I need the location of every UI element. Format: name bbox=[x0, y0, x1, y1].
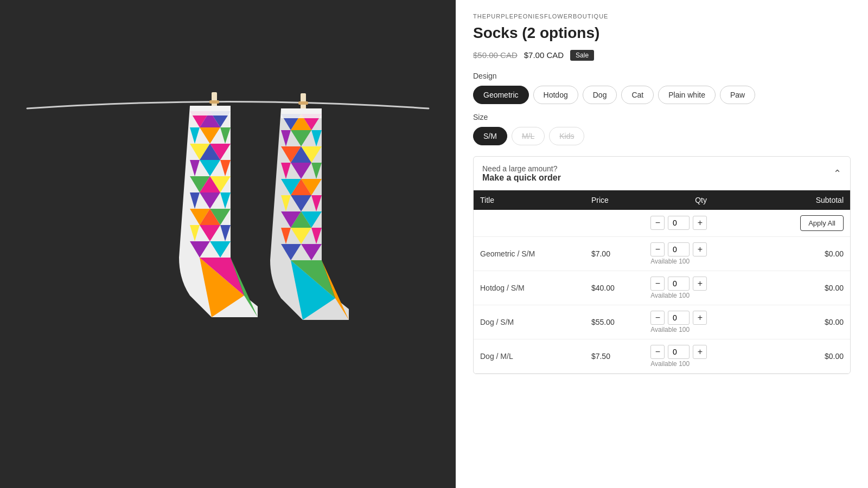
design-option-dog[interactable]: Dog bbox=[583, 86, 617, 104]
qty-input[interactable] bbox=[668, 311, 690, 325]
available-text: Available 100 bbox=[650, 360, 751, 368]
row-subtotal: $0.00 bbox=[758, 236, 850, 271]
product-image bbox=[0, 0, 456, 488]
row-qty-controls: − + bbox=[650, 277, 751, 291]
col-qty: Qty bbox=[644, 190, 758, 210]
qty-input[interactable] bbox=[668, 242, 690, 256]
table-header-row: Title Price Qty Subtotal bbox=[474, 190, 850, 210]
apply-all-qty-cell: − + bbox=[644, 210, 758, 237]
design-option-paw[interactable]: Paw bbox=[720, 86, 755, 104]
qty-decrease-btn[interactable]: − bbox=[650, 277, 665, 291]
design-options: Geometric Hotdog Dog Cat Plain white Paw bbox=[473, 86, 851, 104]
row-subtotal: $0.00 bbox=[758, 339, 850, 373]
table-row: Dog / S/M $55.00 − + Available 100 $0.00 bbox=[474, 305, 850, 339]
size-option-ml: M/L bbox=[512, 127, 545, 145]
product-title: Socks (2 options) bbox=[473, 24, 851, 42]
col-title: Title bbox=[474, 190, 585, 210]
row-title: Dog / S/M bbox=[474, 305, 585, 339]
sale-price: $7.00 CAD bbox=[524, 50, 564, 60]
row-qty-controls: − + bbox=[650, 242, 751, 256]
svg-rect-34 bbox=[190, 106, 231, 115]
available-text: Available 100 bbox=[650, 326, 751, 333]
shop-name: THEPURPLEPEONIESFLOWERBOUTIQUE bbox=[473, 13, 851, 20]
qty-input[interactable] bbox=[668, 277, 690, 291]
apply-all-price-cell bbox=[585, 210, 644, 237]
design-option-plain-white[interactable]: Plain white bbox=[658, 86, 716, 104]
qty-decrease-btn[interactable]: − bbox=[650, 345, 665, 359]
row-subtotal: $0.00 bbox=[758, 271, 850, 305]
qty-increase-btn[interactable]: + bbox=[693, 277, 707, 291]
qty-increase-btn[interactable]: + bbox=[693, 311, 707, 325]
qty-input[interactable] bbox=[668, 345, 690, 359]
global-qty-increase[interactable]: + bbox=[693, 216, 707, 230]
svg-rect-64 bbox=[281, 108, 322, 118]
price-row: $50.00 CAD $7.00 CAD Sale bbox=[473, 50, 851, 61]
col-price: Price bbox=[585, 190, 644, 210]
bulk-order-table: Title Price Qty Subtotal − + bbox=[474, 190, 850, 374]
quick-order-box: Need a large amount? Make a quick order … bbox=[473, 156, 851, 374]
row-price: $40.00 bbox=[585, 271, 644, 305]
table-row: Geometric / S/M $7.00 − + Available 100 … bbox=[474, 236, 850, 271]
apply-all-row: − + Apply All bbox=[474, 210, 850, 237]
row-price: $55.00 bbox=[585, 305, 644, 339]
row-price: $7.00 bbox=[585, 236, 644, 271]
size-label: Size bbox=[473, 113, 851, 121]
design-option-cat[interactable]: Cat bbox=[621, 86, 654, 104]
qty-decrease-btn[interactable]: − bbox=[650, 311, 665, 325]
design-label: Design bbox=[473, 72, 851, 80]
original-price: $50.00 CAD bbox=[473, 50, 518, 60]
row-qty-controls: − + bbox=[650, 345, 751, 359]
apply-all-title-cell bbox=[474, 210, 585, 237]
apply-all-subtotal-cell: Apply All bbox=[758, 210, 850, 237]
row-qty-cell: − + Available 100 bbox=[644, 339, 758, 373]
qty-increase-btn[interactable]: + bbox=[693, 345, 707, 359]
row-title: Dog / M/L bbox=[474, 339, 585, 373]
product-details-panel: THEPURPLEPEONIESFLOWERBOUTIQUE Socks (2 … bbox=[456, 0, 868, 488]
quick-order-prompt: Need a large amount? bbox=[482, 164, 561, 173]
row-qty-cell: − + Available 100 bbox=[644, 305, 758, 339]
svg-rect-4 bbox=[298, 101, 308, 105]
product-image-panel bbox=[0, 0, 456, 488]
available-text: Available 100 bbox=[650, 258, 751, 265]
global-qty-input[interactable] bbox=[668, 216, 690, 230]
row-subtotal: $0.00 bbox=[758, 305, 850, 339]
row-qty-cell: − + Available 100 bbox=[644, 271, 758, 305]
col-subtotal: Subtotal bbox=[758, 190, 850, 210]
qty-decrease-btn[interactable]: − bbox=[650, 242, 665, 256]
design-option-hotdog[interactable]: Hotdog bbox=[533, 86, 578, 104]
row-qty-controls: − + bbox=[650, 311, 751, 325]
qty-increase-btn[interactable]: + bbox=[693, 242, 707, 256]
quick-order-header[interactable]: Need a large amount? Make a quick order … bbox=[474, 157, 850, 190]
size-option-kids: Kids bbox=[549, 127, 584, 145]
row-price: $7.50 bbox=[585, 339, 644, 373]
row-title: Hotdog / S/M bbox=[474, 271, 585, 305]
chevron-up-icon: ⌃ bbox=[833, 168, 841, 179]
svg-rect-2 bbox=[209, 100, 219, 104]
global-qty-decrease[interactable]: − bbox=[650, 216, 665, 230]
sale-badge: Sale bbox=[570, 50, 594, 61]
size-options: S/M M/L Kids bbox=[473, 127, 851, 145]
global-qty-controls: − + bbox=[650, 216, 751, 230]
row-qty-cell: − + Available 100 bbox=[644, 236, 758, 271]
table-row: Hotdog / S/M $40.00 − + Available 100 $0… bbox=[474, 271, 850, 305]
table-row: Dog / M/L $7.50 − + Available 100 $0.00 bbox=[474, 339, 850, 373]
row-title: Geometric / S/M bbox=[474, 236, 585, 271]
available-text: Available 100 bbox=[650, 292, 751, 299]
design-option-geometric[interactable]: Geometric bbox=[473, 86, 529, 104]
apply-all-button[interactable]: Apply All bbox=[800, 215, 844, 231]
size-option-sm[interactable]: S/M bbox=[473, 127, 507, 145]
quick-order-action: Make a quick order bbox=[482, 173, 561, 182]
